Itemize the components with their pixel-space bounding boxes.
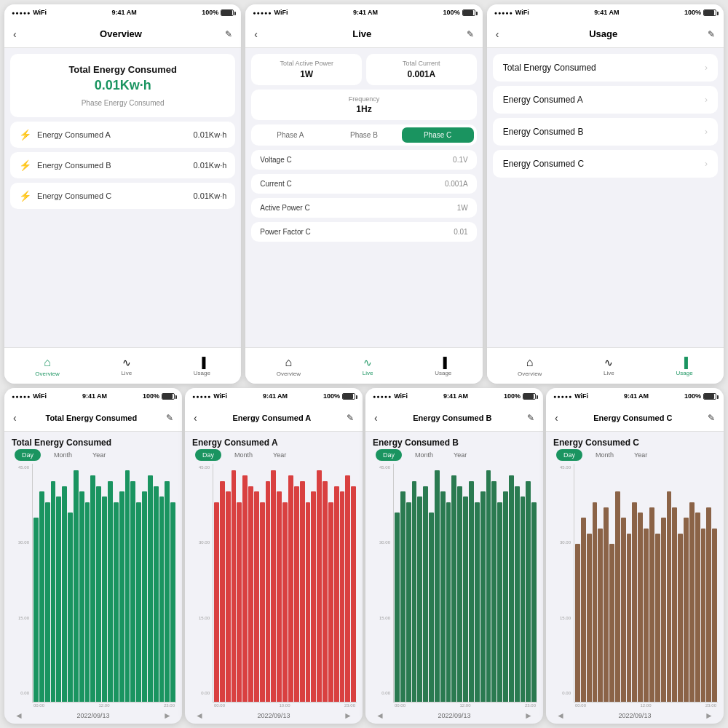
phone-chart-a: ●●●●● WiFi 9:41 AM 100% ‹ Energy Consume…: [185, 388, 363, 724]
chart-nav-b: ◄ 2022/09/13 ►: [370, 708, 539, 724]
period-tabs-b: Day Month Year: [370, 449, 539, 464]
usage-total-label: Total Energy Consumed: [503, 63, 596, 73]
phase-tab-a[interactable]: Phase A: [254, 127, 326, 143]
back-ca[interactable]: ‹: [194, 412, 197, 424]
period-year-c[interactable]: Year: [627, 449, 654, 461]
edit-button-usage[interactable]: ✎: [708, 29, 715, 39]
chevron-c: ›: [705, 159, 708, 169]
phase-tabs: Phase A Phase B Phase C: [251, 124, 476, 146]
bar: [79, 491, 84, 702]
tab-overview-live[interactable]: ⌂ Overview: [277, 356, 301, 377]
bar: [51, 481, 56, 702]
energy-value-c: 0.01Kw·h: [193, 191, 226, 200]
period-year-total[interactable]: Year: [85, 449, 113, 461]
usage-total[interactable]: Total Energy Consumed ›: [493, 54, 718, 82]
bar: [503, 491, 508, 702]
period-month-c[interactable]: Month: [588, 449, 621, 461]
usage-c[interactable]: Energy Consumed C ›: [493, 150, 718, 178]
bar: [480, 491, 486, 702]
back-button-usage[interactable]: ‹: [496, 28, 499, 40]
phase-energy-label: Phase Energy Consumed: [19, 99, 226, 107]
bar: [33, 518, 39, 702]
nav-title-ca: Energy Consumed A: [232, 414, 311, 422]
next-arrow-b[interactable]: ►: [524, 711, 533, 721]
energy-item-b: ⚡ Energy Consumed B 0.01Kw·h: [10, 152, 235, 178]
chart-bars-a: [213, 464, 357, 703]
period-day-a[interactable]: Day: [195, 449, 221, 461]
bar: [130, 481, 135, 702]
usage-b[interactable]: Energy Consumed B ›: [493, 118, 718, 146]
tab-live[interactable]: ∿ Live: [121, 357, 132, 376]
usage-a[interactable]: Energy Consumed A ›: [493, 86, 718, 114]
bar: [226, 491, 231, 702]
bar: [294, 486, 299, 702]
active-power-c-item: Active Power C 1W: [251, 198, 476, 218]
status-bar-usage: ●●●●● WiFi 9:41 AM 100%: [487, 4, 724, 20]
edit-ct[interactable]: ✎: [166, 413, 173, 423]
period-month-total[interactable]: Month: [47, 449, 79, 461]
nav-bar-chart-a: ‹ Energy Consumed A ✎: [185, 404, 363, 432]
lightning-icon-c: ⚡: [19, 190, 31, 202]
bar-icon-usage: ▐: [681, 357, 688, 368]
period-year-b[interactable]: Year: [446, 449, 474, 461]
bar: [655, 534, 660, 702]
total-energy-card: Total Energy Consumed 0.01Kw·h Phase Ene…: [10, 54, 235, 117]
prev-arrow-b[interactable]: ◄: [376, 711, 384, 721]
period-day-b[interactable]: Day: [376, 449, 402, 461]
period-day-total[interactable]: Day: [15, 449, 41, 461]
tab-live-active[interactable]: ∿ Live: [363, 357, 373, 376]
bar: [509, 475, 514, 702]
tab-overview-usage[interactable]: ⌂ Overview: [518, 356, 542, 377]
period-month-b[interactable]: Month: [408, 449, 440, 461]
prev-arrow-c[interactable]: ◄: [556, 711, 565, 721]
bar: [486, 470, 491, 702]
active-power-value: 1W: [257, 69, 356, 79]
edit-cb[interactable]: ✎: [527, 413, 534, 423]
bar: [242, 475, 248, 702]
x-label-total-1: 12:00: [98, 703, 109, 708]
time-cb: 9:41 AM: [443, 392, 468, 400]
bar: [515, 486, 520, 702]
period-month-a[interactable]: Month: [227, 449, 260, 461]
phone-chart-c: ●●●●● WiFi 9:41 AM 100% ‹ Energy Consume…: [546, 388, 724, 724]
usage-a-label: Energy Consumed A: [503, 95, 583, 105]
active-power-label: Total Active Power: [257, 60, 356, 67]
back-cc[interactable]: ‹: [555, 412, 558, 424]
tab-live-usage[interactable]: ∿ Live: [604, 357, 614, 376]
next-arrow-a[interactable]: ►: [344, 711, 352, 721]
back-button[interactable]: ‹: [13, 28, 17, 40]
battery-ct: 100%: [143, 392, 159, 400]
signal-dots-live: ●●●●●: [253, 10, 272, 15]
next-arrow-c[interactable]: ►: [705, 711, 713, 721]
frequency-card: Frequency 1Hz: [251, 90, 476, 120]
back-cb[interactable]: ‹: [374, 412, 378, 424]
tab-usage[interactable]: ▐ Usage: [194, 357, 210, 376]
phase-tab-b[interactable]: Phase B: [328, 127, 400, 143]
energy-label-a: Energy Consumed A: [37, 130, 111, 139]
period-year-a[interactable]: Year: [266, 449, 293, 461]
bar: [220, 481, 225, 702]
edit-cc[interactable]: ✎: [708, 413, 715, 423]
voltage-c-label: Voltage C: [260, 156, 291, 164]
phase-tab-c[interactable]: Phase C: [402, 127, 474, 143]
bar: [136, 502, 141, 702]
period-day-c[interactable]: Day: [556, 449, 582, 461]
y-label-a-0: 45.00: [191, 465, 210, 470]
chart-bars-total: [32, 464, 176, 703]
prev-arrow-total[interactable]: ◄: [15, 711, 23, 721]
tab-usage-active[interactable]: ▐ Usage: [676, 357, 692, 376]
tab-usage-live[interactable]: ▐ Usage: [435, 357, 451, 376]
x-label-a-1: 10:00: [279, 703, 290, 708]
prev-arrow-a[interactable]: ◄: [195, 711, 204, 721]
nav-bar-chart-b: ‹ Energy Consumed B ✎: [365, 404, 543, 432]
back-ct[interactable]: ‹: [13, 412, 17, 424]
bar: [102, 496, 107, 702]
edit-button[interactable]: ✎: [225, 29, 232, 39]
edit-ca[interactable]: ✎: [347, 413, 354, 423]
next-arrow-total[interactable]: ►: [163, 711, 172, 721]
edit-button-live[interactable]: ✎: [467, 29, 474, 39]
tab-overview[interactable]: ⌂ Overview: [35, 356, 59, 377]
back-button-live[interactable]: ‹: [254, 28, 258, 40]
current-c-value: 0.001A: [445, 180, 468, 188]
wifi-icon-ct: WiFi: [33, 392, 47, 400]
